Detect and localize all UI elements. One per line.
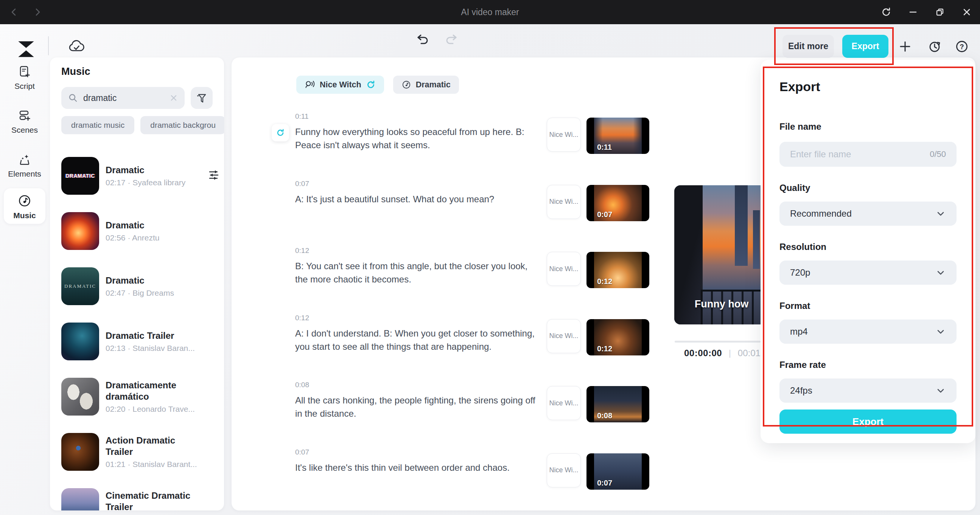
chevron-down-icon [935,208,946,219]
sidebar-item-music[interactable]: Music [0,193,49,220]
scene-voice-label[interactable]: Nice Wi... [547,319,581,353]
album-cover [61,378,99,415]
music-filter-button[interactable] [191,87,213,109]
close-icon[interactable] [962,7,972,17]
file-name-label: File name [780,121,956,132]
entry-text[interactable]: All the cars honking, the people fightin… [295,394,537,420]
regenerate-voice-icon[interactable] [366,80,376,90]
file-name-input[interactable] [790,149,924,160]
app-logo[interactable] [16,40,36,58]
file-name-field[interactable]: 0/50 [780,142,956,167]
sidebar-item-scenes[interactable]: Scenes [0,109,49,135]
music-panel-title: Music [61,66,91,78]
track-title: Dramatic [105,275,201,286]
export-button-toolbar[interactable]: Export [842,35,888,58]
scene-voice-label-text: Nice Wi... [549,198,578,206]
export-field-select[interactable]: mp4 [780,320,956,344]
sidebar-label: Script [0,82,49,91]
history-icon[interactable] [927,39,942,54]
export-field-select[interactable]: 720p [780,260,956,285]
album-cover-text: DRAMATIC [64,283,96,289]
forward-icon[interactable] [33,8,41,16]
music-track-row[interactable]: Dramatic Trailer 02:13 · Stanislav Baran… [61,314,224,369]
track-meta: 02:20 · Leonardo Trave... [105,405,201,414]
scene-thumbnail[interactable]: 0:12 [587,252,649,288]
track-meta: 01:21 · Stanislav Barant... [105,460,201,469]
sidebar-label: Music [0,211,49,220]
music-track-row[interactable]: Action Dramatic Trailer 01:21 · Stanisla… [61,424,224,479]
scene-voice-label[interactable]: Nice Wi... [547,117,581,152]
export-field-select[interactable]: Recommended [780,201,956,226]
export-confirm-button[interactable]: Export [780,409,956,434]
music-track-row[interactable]: Dramaticamente dramático 02:20 · Leonard… [61,369,224,424]
sidebar-label: Elements [0,170,49,179]
new-project-icon[interactable] [897,39,913,54]
reload-icon[interactable] [881,7,891,17]
export-field: Quality Recommended [780,183,956,226]
entry-text[interactable]: A: It's just a beautiful sunset. What do… [295,192,537,206]
music-search-box[interactable] [61,87,185,109]
voice-chip[interactable]: Nice Witch [296,76,384,94]
help-icon[interactable]: ? [954,39,969,54]
sync-icon [276,128,285,137]
back-icon[interactable] [10,8,18,16]
music-track-row[interactable]: Dramatic 02:56 · Anreztu [61,203,224,258]
export-field-value: 720p [790,267,810,278]
scene-voice-label[interactable]: Nice Wi... [547,185,581,219]
script-icon [18,65,32,79]
undo-icon[interactable] [416,33,429,45]
edit-more-button[interactable]: Edit more [783,35,834,58]
export-field-value: mp4 [790,326,808,337]
cloud-sync-icon[interactable] [67,38,86,56]
music-search-input[interactable] [83,93,164,103]
entry-text[interactable]: A: I don't understand. B: When you get c… [295,327,537,353]
entry-text[interactable]: B: You can't see it from this angle, but… [295,259,537,286]
search-suggestion-chip[interactable]: dramatic backgrou [140,116,224,134]
regenerate-scene-button[interactable] [272,124,289,141]
scene-voice-label-text: Nice Wi... [549,131,578,139]
track-title: Dramatic [105,220,201,231]
sidebar-item-elements[interactable]: Elements [0,153,49,179]
music-track-row[interactable]: Cinematic Dramatic Trailer 02:50 · Art M… [61,479,224,510]
scene-thumbnail[interactable]: 0:11 [587,117,649,154]
track-title: Action Dramatic Trailer [105,435,201,458]
export-field: Resolution 720p [780,242,956,285]
playback-progress-bar[interactable] [675,341,760,342]
music-track-row[interactable]: DRAMATIC Dramatic 02:47 · Big Dreams [61,258,224,314]
entry-text[interactable]: Funny how everything looks so peaceful f… [295,125,537,152]
album-cover-text: DRAMATIC [65,173,95,179]
export-field-select[interactable]: 24fps [780,379,956,403]
album-cover [61,212,99,250]
music-track-row[interactable]: DRAMATIC Dramatic 02:17 · Syafeea librar… [61,148,224,203]
track-meta: 02:17 · Syafeea library [105,178,201,187]
track-meta: 02:47 · Big Dreams [105,288,201,298]
music-panel: Music dramatic music dramatic backgrou D… [50,57,224,510]
search-suggestion-chip[interactable]: dramatic music [61,116,134,134]
track-adjust-button[interactable] [207,169,220,183]
scene-thumbnail[interactable]: 0:07 [587,185,649,221]
album-cover [61,323,99,360]
track-meta: 02:13 · Stanislav Baran... [105,344,201,353]
redo-icon[interactable] [445,33,458,45]
chevron-down-icon [935,326,946,337]
minimize-icon[interactable] [908,7,918,17]
video-preview[interactable]: Funny how [674,185,769,325]
scene-thumbnail[interactable]: 0:08 [587,386,649,422]
restore-icon[interactable] [935,7,945,17]
music-track-list: DRAMATIC Dramatic 02:17 · Syafeea librar… [61,148,224,510]
sidebar-item-script[interactable]: Script [0,65,49,91]
clear-search-icon[interactable] [170,94,178,102]
scene-voice-label[interactable]: Nice Wi... [547,252,581,286]
track-title: Dramatic Trailer [105,330,201,341]
track-title: Cinematic Dramatic Trailer [105,490,201,510]
export-field-label: Frame rate [780,360,956,370]
svg-text:?: ? [960,43,964,51]
export-field-label: Quality [780,183,956,193]
sidebar-label: Scenes [0,125,49,135]
music-style-chip[interactable]: Dramatic [393,76,459,94]
scene-voice-label[interactable]: Nice Wi... [547,453,581,487]
entry-text[interactable]: It's like there's this thin veil between… [295,461,537,474]
scene-thumbnail[interactable]: 0:12 [587,319,649,355]
scene-voice-label[interactable]: Nice Wi... [547,386,581,420]
scene-thumbnail[interactable]: 0:07 [587,453,649,490]
